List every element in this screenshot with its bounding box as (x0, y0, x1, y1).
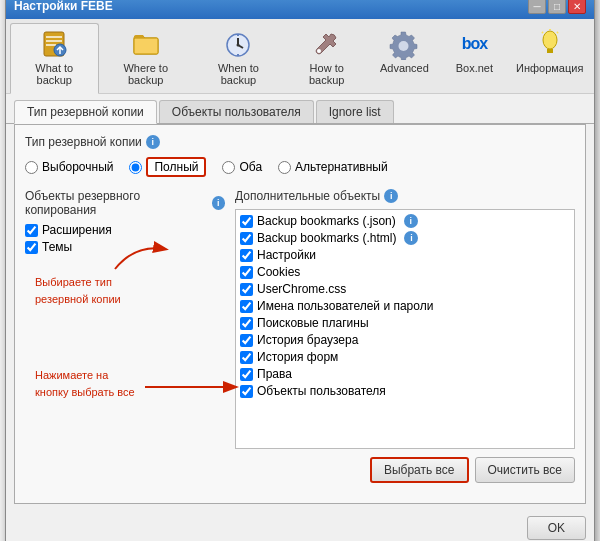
toolbar-box-net[interactable]: box Box.net (439, 23, 509, 93)
clock-icon (222, 28, 254, 60)
window-title: Настройки FEBE (14, 0, 113, 13)
cb-passwords[interactable] (240, 300, 253, 313)
radio-oba-input[interactable] (222, 161, 235, 174)
cb-bookmarks-html[interactable] (240, 232, 253, 245)
right-column: Дополнительные объекты i Backup bookmark… (235, 189, 575, 483)
additional-info-icon[interactable]: i (384, 189, 398, 203)
additional-title: Дополнительные объекты i (235, 189, 575, 203)
title-bar: Настройки FEBE ─ □ ✕ (6, 0, 594, 19)
checkbox-themes-input[interactable] (25, 241, 38, 254)
cb-form-history[interactable] (240, 351, 253, 364)
toolbar-what-to-backup[interactable]: What to backup (10, 23, 99, 94)
info-bulb-icon (534, 28, 566, 60)
cb-settings[interactable] (240, 249, 253, 262)
arrow-select-type (105, 234, 185, 274)
tab-backup-type[interactable]: Тип резервной копии (14, 100, 157, 124)
checkbox-userchrome[interactable]: UserChrome.css (240, 282, 570, 296)
toolbar-when-to-backup[interactable]: When to backup (193, 23, 284, 93)
clear-all-button[interactable]: Очистить все (475, 457, 575, 483)
cb-rights-label: Права (257, 367, 292, 381)
minimize-button[interactable]: ─ (528, 0, 546, 14)
maximize-button[interactable]: □ (548, 0, 566, 14)
svg-line-19 (557, 32, 558, 33)
cog-icon (388, 28, 420, 60)
checkbox-bookmarks-json[interactable]: Backup bookmarks (.json) i (240, 214, 570, 228)
checkbox-passwords[interactable]: Имена пользователей и пароли (240, 299, 570, 313)
toolbar-what-label: What to backup (21, 62, 88, 86)
svg-line-20 (542, 32, 543, 33)
radio-polny-input[interactable] (129, 161, 142, 174)
objects-info-icon[interactable]: i (212, 196, 225, 210)
cb-userchrome[interactable] (240, 283, 253, 296)
checkbox-cookies[interactable]: Cookies (240, 265, 570, 279)
select-all-button[interactable]: Выбрать все (370, 457, 469, 483)
cb-history[interactable] (240, 334, 253, 347)
left-column: Объекты резервного копирования i Расшире… (25, 189, 225, 483)
backup-icon (38, 28, 70, 60)
toolbar-where-label: Where to backup (110, 62, 182, 86)
svg-rect-1 (46, 36, 62, 38)
cb-bookmarks-html-label: Backup bookmarks (.html) (257, 231, 396, 245)
cb-userchrome-label: UserChrome.css (257, 282, 346, 296)
objects-title: Объекты резервного копирования i (25, 189, 225, 217)
cb-settings-label: Настройки (257, 248, 316, 262)
ok-button[interactable]: OK (527, 516, 586, 540)
tab-navigation: Тип резервной копии Объекты пользователя… (6, 94, 594, 124)
checkbox-search-plugins[interactable]: Поисковые плагины (240, 316, 570, 330)
svg-rect-16 (547, 49, 553, 51)
cb-form-history-label: История форм (257, 350, 338, 364)
cb-bookmarks-json-info[interactable]: i (404, 214, 418, 228)
toolbar-how-label: How to backup (295, 62, 358, 86)
radio-alternativny[interactable]: Альтернативный (278, 160, 388, 174)
toolbar-info-label: Информация (516, 62, 583, 74)
cb-cookies[interactable] (240, 266, 253, 279)
annotation-select-type: Выбираете тип резервной копии (25, 274, 225, 307)
toolbar-boxnet-label: Box.net (456, 62, 493, 74)
cb-bookmarks-json[interactable] (240, 215, 253, 228)
checkbox-extensions-input[interactable] (25, 224, 38, 237)
toolbar-advanced[interactable]: Advanced (369, 23, 439, 93)
cb-search-plugins-label: Поисковые плагины (257, 316, 369, 330)
cb-history-label: История браузера (257, 333, 358, 347)
checkbox-bookmarks-html[interactable]: Backup bookmarks (.html) i (240, 231, 570, 245)
radio-oba[interactable]: Оба (222, 160, 262, 174)
checkbox-user-objects[interactable]: Объекты пользователя (240, 384, 570, 398)
checkbox-settings[interactable]: Настройки (240, 248, 570, 262)
checkbox-form-history[interactable]: История форм (240, 350, 570, 364)
window-controls: ─ □ ✕ (528, 0, 586, 14)
svg-rect-2 (46, 40, 62, 42)
action-buttons: Выбрать все Очистить все (235, 457, 575, 483)
tab-ignore-list[interactable]: Ignore list (316, 100, 394, 123)
svg-point-10 (237, 44, 240, 47)
checkbox-history[interactable]: История браузера (240, 333, 570, 347)
toolbar-when-label: When to backup (204, 62, 273, 86)
radio-oba-label: Оба (239, 160, 262, 174)
radio-alternativny-input[interactable] (278, 161, 291, 174)
tab-user-objects[interactable]: Объекты пользователя (159, 100, 314, 123)
cb-passwords-label: Имена пользователей и пароли (257, 299, 433, 313)
cb-bookmarks-html-info[interactable]: i (404, 231, 418, 245)
svg-point-13 (317, 49, 321, 53)
backup-type-radios: Выборочный Полный Оба Альтернативный (25, 157, 575, 177)
radio-vyborochny-input[interactable] (25, 161, 38, 174)
radio-vyborochny[interactable]: Выборочный (25, 160, 113, 174)
radio-polny[interactable]: Полный (129, 157, 206, 177)
section-info-icon[interactable]: i (146, 135, 160, 149)
checkbox-rights[interactable]: Права (240, 367, 570, 381)
svg-rect-6 (134, 38, 158, 54)
section-title: Тип резервной копии i (25, 135, 575, 149)
toolbar-info[interactable]: Информация (509, 23, 590, 93)
content-area: Тип резервной копии i Выборочный Полный … (14, 124, 586, 504)
toolbar-where-to-backup[interactable]: Where to backup (99, 23, 193, 93)
window-footer: OK (6, 512, 594, 541)
checkbox-themes-label: Темы (42, 240, 72, 254)
svg-point-15 (543, 31, 557, 49)
cb-bookmarks-json-label: Backup bookmarks (.json) (257, 214, 396, 228)
close-button[interactable]: ✕ (568, 0, 586, 14)
cb-cookies-label: Cookies (257, 265, 300, 279)
svg-rect-17 (547, 51, 553, 53)
wrench-icon (311, 28, 343, 60)
toolbar-how-to-backup[interactable]: How to backup (284, 23, 369, 93)
cb-search-plugins[interactable] (240, 317, 253, 330)
radio-polny-label: Полный (146, 157, 206, 177)
